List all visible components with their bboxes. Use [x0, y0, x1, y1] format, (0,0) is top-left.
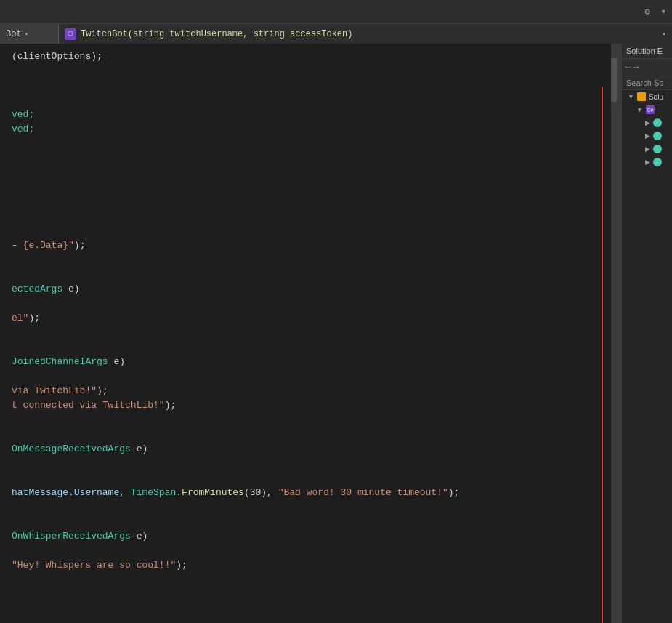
tree-item-4[interactable]: ▶ [622, 156, 672, 169]
method-signature: ⬡ TwitchBot(string twitchUsername, strin… [59, 28, 656, 40]
code-line [12, 369, 611, 384]
file-icon-3 [652, 144, 663, 154]
solution-explorer-panel: Solution E ← → Search So ▼ Solu ▼ C# [621, 44, 672, 623]
code-line: ved; [12, 108, 611, 122]
code-line [12, 427, 611, 442]
tree-item-2[interactable]: ▶ [622, 129, 672, 142]
code-editor[interactable]: (clientOptions); ved; ved; - {e.Data}");… [0, 44, 611, 623]
code-line [12, 500, 611, 515]
tree-arrow-icon: ▶ [645, 119, 650, 126]
tree-arrow-icon: ▶ [645, 132, 650, 140]
code-line: OnMessageReceivedArgs e) [12, 442, 611, 457]
code-line: ectedArgs e) [12, 282, 611, 297]
solution-label: Solu [649, 93, 663, 101]
code-line: "Hey! Whispers are so cool!!"); [12, 558, 611, 573]
solution-toolbar: ← → [622, 59, 672, 76]
code-line [12, 151, 611, 166]
solution-tree: ▼ Solu ▼ C# ▶ ▶ [622, 90, 672, 623]
code-line: JoinedChannelArgs e) [12, 355, 611, 369]
class-dropdown-arrow: ▾ [25, 30, 29, 39]
code-line [12, 64, 611, 79]
forward-icon[interactable]: → [633, 62, 639, 73]
code-line [12, 457, 611, 471]
code-line [12, 93, 611, 108]
code-line [12, 166, 611, 180]
file-icon-1 [652, 118, 663, 128]
scrollbar-thumb[interactable] [611, 58, 617, 102]
code-line [12, 209, 611, 224]
solution-icon [636, 92, 647, 102]
method-bar: Bot ▾ ⬡ TwitchBot(string twitchUsername,… [0, 23, 672, 44]
method-icon-text: ⬡ [68, 30, 73, 38]
solution-tree-item[interactable]: ▼ Solu [622, 90, 672, 103]
code-line: - {e.Data}"); [12, 238, 611, 253]
tree-item-1[interactable]: ▶ [622, 116, 672, 129]
method-icon: ⬡ [65, 28, 76, 40]
settings-icon[interactable]: ⚙ [641, 4, 653, 19]
code-line [12, 340, 611, 355]
code-line [12, 268, 611, 282]
code-line [12, 79, 611, 93]
code-line: hatMessage.Username, TimeSpan.FromMinute… [12, 486, 611, 500]
code-line [12, 195, 611, 209]
file-icon-4 [652, 157, 663, 167]
top-toolbar: ⚙ ▾ [0, 0, 672, 23]
cs-project-icon: C# [645, 105, 655, 115]
code-line: t connected via TwitchLib!"); [12, 398, 611, 413]
code-line [12, 471, 611, 486]
dropdown-icon[interactable]: ▾ [657, 4, 669, 19]
tree-arrow-icon: ▶ [645, 158, 650, 166]
code-line: OnWhisperReceivedArgs e) [12, 529, 611, 544]
code-line [12, 297, 611, 311]
search-solution-label: Search So [622, 76, 672, 90]
class-dropdown[interactable]: Bot ▾ [0, 24, 58, 44]
tree-item-3[interactable]: ▶ [622, 142, 672, 156]
code-line: el"); [12, 311, 611, 326]
code-line [12, 180, 611, 195]
solution-explorer-title: Solution E [622, 44, 672, 59]
project-tree-item[interactable]: ▼ C# [622, 103, 672, 116]
code-line [12, 544, 611, 558]
main-area: (clientOptions); ved; ved; - {e.Data}");… [0, 44, 672, 623]
code-line: via TwitchLib!"); [12, 384, 611, 398]
code-line [12, 413, 611, 427]
code-line [12, 326, 611, 340]
code-line [12, 224, 611, 238]
back-icon[interactable]: ← [625, 62, 631, 73]
code-line [12, 137, 611, 151]
code-content: (clientOptions); ved; ved; - {e.Data}");… [0, 44, 611, 579]
code-line: ved; [12, 122, 611, 137]
code-line [12, 515, 611, 529]
code-line: (clientOptions); [12, 49, 611, 64]
class-label: Bot [6, 29, 22, 39]
code-line [12, 253, 611, 268]
tree-arrow-icon: ▼ [628, 93, 634, 100]
method-label: TwitchBot(string twitchUsername, string … [81, 29, 352, 39]
file-icon-2 [652, 131, 663, 141]
editor-scrollbar[interactable] [611, 44, 621, 623]
tree-arrow-icon: ▼ [636, 106, 643, 113]
tree-arrow-icon: ▶ [645, 145, 650, 153]
method-dropdown-arrow[interactable]: ▾ [656, 30, 672, 39]
